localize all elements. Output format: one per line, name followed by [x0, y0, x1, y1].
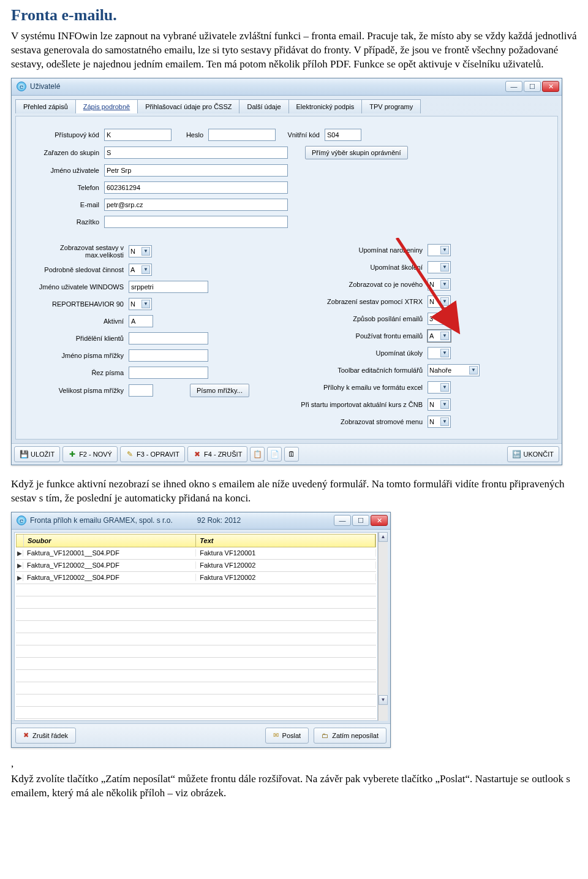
- right-dropdown[interactable]: ▼: [428, 347, 451, 359]
- left-input[interactable]: [129, 349, 208, 362]
- table-row-empty: [16, 658, 376, 670]
- misc-icon-2[interactable]: 📄: [267, 447, 282, 462]
- right-label: Zobrazení sestav pomocí XTRX: [299, 298, 428, 305]
- app-icon: e: [17, 516, 26, 525]
- tab-prehled[interactable]: Přehled zápisů: [15, 99, 76, 113]
- left-label: Řez písma: [24, 369, 129, 376]
- edit-button[interactable]: ✎F3 - OPRAVIT: [120, 446, 185, 462]
- right-label: Upomínat narozeniny: [299, 246, 428, 254]
- left-label: Jméno písma mřížky: [24, 352, 129, 359]
- tab-podpis[interactable]: Elektronický podpis: [288, 99, 363, 113]
- save-icon: 💾: [20, 450, 28, 459]
- maximize-button[interactable]: ☐: [352, 515, 369, 526]
- x-icon: ✖: [23, 731, 29, 739]
- tab-cssz[interactable]: Přihlašovací údaje pro ČSSZ: [137, 99, 239, 113]
- minimize-button[interactable]: —: [505, 81, 522, 92]
- tab-zapis-podrobne[interactable]: Zápis podrobně: [75, 99, 138, 113]
- misc-icon-3[interactable]: 🗓: [284, 447, 299, 462]
- exit-icon: 🔚: [513, 450, 521, 459]
- input-telefon[interactable]: [104, 181, 288, 194]
- left-dropdown[interactable]: N▼: [129, 298, 152, 310]
- left-label: Podrobně sledovat činnost: [24, 266, 129, 273]
- left-input[interactable]: [129, 315, 153, 327]
- right-dropdown[interactable]: A▼: [428, 330, 451, 342]
- exit-button[interactable]: 🔚UKONČIT: [507, 446, 560, 462]
- table-row-empty: [16, 584, 376, 596]
- table-row-empty: [16, 682, 376, 694]
- table-row[interactable]: ▶Faktura_VF120001__S04.PDFFaktura VF1200…: [16, 547, 376, 560]
- right-dropdown[interactable]: N▼: [428, 278, 451, 291]
- input-email[interactable]: [104, 199, 288, 211]
- label-razitko: Razítko: [24, 218, 104, 226]
- right-label: Používat frontu emailů: [299, 332, 428, 340]
- scrollbar[interactable]: ▲ ▼: [378, 532, 388, 721]
- queue-window-title-b: 92 Rok: 2012: [197, 516, 241, 525]
- left-label: Jméno uživatele WINDOWS: [24, 283, 129, 291]
- left-input[interactable]: [129, 332, 208, 344]
- right-dropdown[interactable]: ▼: [428, 381, 451, 394]
- input-razitko[interactable]: [104, 216, 288, 228]
- left-dropdown[interactable]: A▼: [129, 264, 152, 276]
- right-dropdown[interactable]: Nahoře▼: [428, 364, 480, 376]
- maximize-button[interactable]: ☐: [524, 81, 541, 92]
- left-label: Zobrazovat sestavy v max.velikosti: [24, 244, 129, 259]
- right-dropdown[interactable]: N▼: [428, 416, 451, 428]
- right-dropdown[interactable]: ▼: [428, 261, 451, 273]
- not-yet-button[interactable]: 🗀 Zatím neposílat: [314, 728, 386, 744]
- new-button[interactable]: ✚F2 - NOVÝ: [62, 446, 118, 462]
- input-zarazen-do-skupin[interactable]: [104, 146, 288, 159]
- right-label: Upomínat úkoly: [299, 349, 428, 357]
- input-heslo[interactable]: [208, 129, 276, 141]
- table-row-empty: [16, 633, 376, 645]
- right-label: Toolbar editačních formulářů: [299, 367, 428, 374]
- left-input[interactable]: [129, 281, 208, 293]
- right-dropdown[interactable]: 3▼: [428, 313, 451, 325]
- close-button[interactable]: ✕: [542, 81, 559, 92]
- tabs: Přehled zápisů Zápis podrobně Přihlašova…: [15, 99, 558, 113]
- left-input[interactable]: [129, 367, 208, 379]
- intro-paragraph-3: Když zvolíte tlačítko „Zatím neposílat“ …: [11, 772, 577, 801]
- right-label: Při startu importovat aktuální kurs z ČN…: [299, 401, 428, 408]
- left-dropdown[interactable]: N▼: [129, 245, 152, 257]
- mail-icon: ✉: [273, 731, 279, 739]
- col-header-soubor[interactable]: Soubor: [24, 535, 196, 547]
- send-button[interactable]: ✉ Poslat: [265, 728, 309, 744]
- x-icon: ✖: [193, 450, 202, 459]
- close-button[interactable]: ✕: [371, 515, 388, 526]
- delete-row-button[interactable]: ✖ Zrušit řádek: [15, 728, 76, 744]
- right-label: Zobrazovat co je nového: [299, 281, 428, 288]
- queue-window-title-a: Fronta příloh k emailu GRAMEX, spol. s r…: [30, 516, 173, 525]
- table-row-empty: [16, 707, 376, 719]
- right-dropdown[interactable]: N▼: [428, 398, 451, 411]
- minimize-button[interactable]: —: [334, 515, 351, 526]
- cancel-button[interactable]: ✖F4 - ZRUŠIT: [187, 446, 247, 462]
- right-dropdown[interactable]: ▼: [428, 244, 451, 256]
- save-button[interactable]: 💾ULOŽIT: [14, 446, 60, 462]
- window-title: Uživatelé: [30, 82, 60, 91]
- label-heslo: Heslo: [172, 131, 208, 139]
- right-label: Upomínat školení: [299, 264, 428, 271]
- input-pristupovy-kod[interactable]: [104, 129, 172, 141]
- scroll-up-icon[interactable]: ▲: [379, 532, 388, 542]
- table-row[interactable]: ▶Faktura_VF120002__S04.PDFFaktura VF1200…: [16, 560, 376, 572]
- label-email: E-mail: [24, 201, 104, 208]
- pause-icon: 🗀: [322, 732, 328, 739]
- right-label: Způsob posílání emailů: [299, 315, 428, 322]
- input-vnitrni-kod[interactable]: [325, 129, 361, 141]
- font-grid-button[interactable]: Písmo mřížky...: [190, 384, 249, 397]
- input-jmeno-uzivatele[interactable]: [104, 164, 288, 177]
- button-primy-vyber-skupin[interactable]: Přímý výběr skupin oprávnění: [305, 146, 408, 159]
- col-header-text[interactable]: Text: [196, 535, 375, 547]
- right-dropdown[interactable]: N▼: [428, 295, 451, 308]
- left-label: Přidělění klientů: [24, 335, 129, 342]
- right-label: Přílohy k emailu ve formátu excel: [299, 384, 428, 391]
- table-row[interactable]: ▶Faktura_VF120002__S04.PDFFaktura VF1200…: [16, 572, 376, 584]
- left-input[interactable]: [129, 384, 153, 397]
- tab-dalsi[interactable]: Další údaje: [239, 99, 288, 113]
- page-title: Fronta e-mailu.: [11, 6, 577, 25]
- misc-icon-1[interactable]: 📋: [250, 447, 265, 462]
- label-pristupovy-kod: Přístupový kód: [24, 131, 104, 139]
- label-telefon: Telefon: [24, 184, 104, 191]
- scroll-down-icon[interactable]: ▼: [379, 695, 388, 705]
- tab-tpv[interactable]: TPV programy: [361, 99, 421, 113]
